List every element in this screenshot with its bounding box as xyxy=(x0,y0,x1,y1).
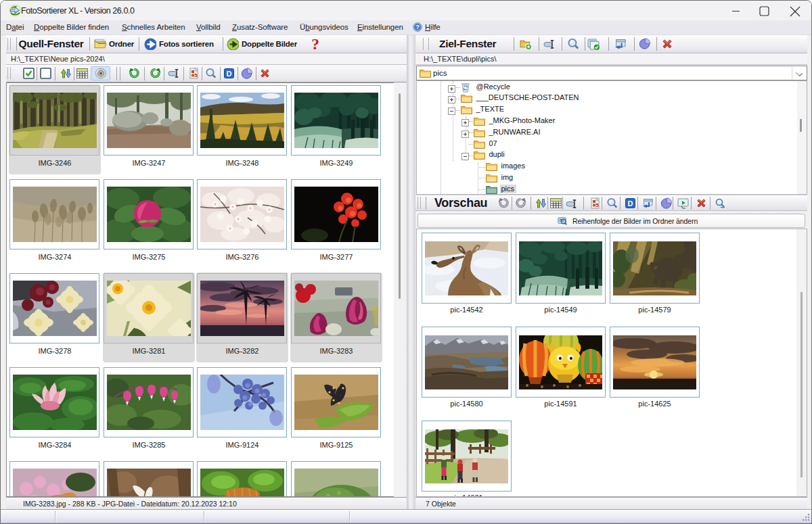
svg-text:D: D xyxy=(227,70,232,78)
svg-text:?: ? xyxy=(415,24,419,30)
svg-text:D: D xyxy=(628,199,633,208)
svg-text:?: ? xyxy=(311,37,319,50)
svg-text:5: 5 xyxy=(194,72,198,78)
svg-text:5: 5 xyxy=(595,202,599,208)
